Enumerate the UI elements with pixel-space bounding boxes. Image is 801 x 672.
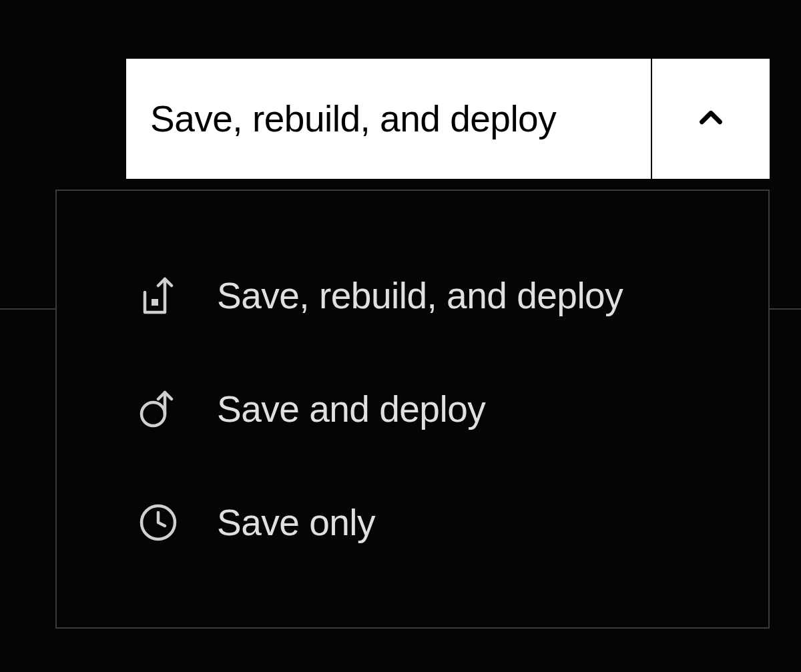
box-arrow-up-icon [138, 276, 178, 316]
chevron-up-icon [693, 99, 729, 138]
save-main-button[interactable]: Save, rebuild, and deploy [126, 59, 652, 179]
menu-item-label: Save, rebuild, and deploy [217, 274, 623, 317]
save-split-button: Save, rebuild, and deploy [126, 59, 770, 179]
svg-rect-0 [152, 299, 158, 306]
clock-icon [138, 502, 178, 543]
menu-item-save-only[interactable]: Save only [57, 466, 768, 579]
svg-point-1 [142, 402, 165, 426]
menu-item-label: Save and deploy [217, 388, 485, 430]
save-options-menu: Save, rebuild, and deploy Save and deplo… [55, 190, 770, 629]
dropdown-toggle-button[interactable] [652, 59, 770, 179]
circle-arrow-up-icon [138, 389, 178, 429]
save-main-button-label: Save, rebuild, and deploy [150, 97, 556, 140]
menu-item-label: Save only [217, 501, 375, 544]
menu-item-save-deploy[interactable]: Save and deploy [57, 352, 768, 466]
menu-item-save-rebuild-deploy[interactable]: Save, rebuild, and deploy [57, 239, 768, 352]
